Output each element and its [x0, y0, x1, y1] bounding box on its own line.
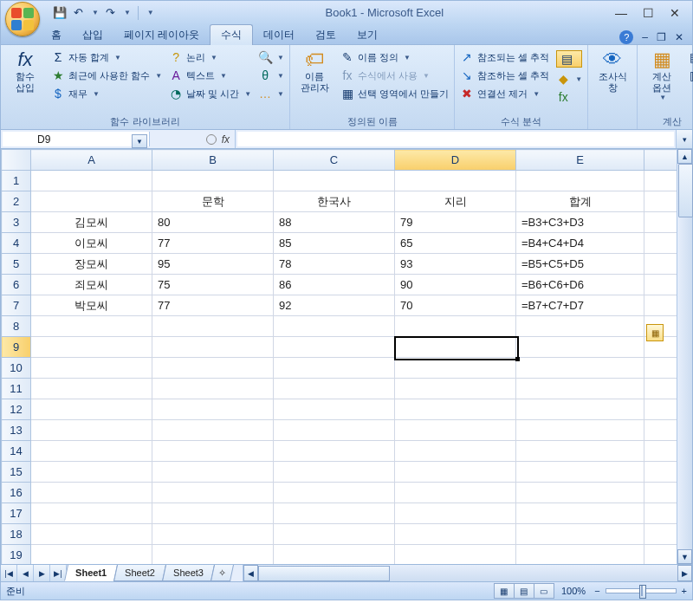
cell[interactable] — [395, 171, 516, 191]
insert-function-button[interactable]: fx 함수 삽입 — [4, 47, 46, 97]
cell[interactable] — [31, 379, 152, 399]
cell[interactable] — [31, 524, 152, 545]
cell[interactable] — [395, 462, 516, 483]
cell[interactable] — [274, 399, 395, 420]
cell[interactable] — [395, 358, 516, 379]
cell[interactable]: =B7+C7+D7 — [516, 295, 644, 316]
cell[interactable] — [516, 379, 644, 399]
cell[interactable]: 이모씨 — [31, 233, 152, 254]
cell[interactable] — [152, 483, 274, 503]
cell[interactable] — [516, 420, 644, 441]
sheet-tab-2[interactable]: Sheet2 — [113, 565, 166, 581]
row-header[interactable]: 19 — [2, 545, 31, 565]
cell[interactable]: 78 — [274, 254, 395, 275]
cell[interactable] — [644, 233, 677, 254]
qat-customize[interactable]: ▼ — [147, 9, 154, 16]
fx-icon[interactable]: fx — [222, 133, 230, 146]
col-header-B[interactable]: B — [152, 150, 274, 171]
cell[interactable] — [31, 171, 152, 191]
calc-now-button[interactable]: ▤ — [688, 50, 693, 64]
cell[interactable] — [152, 462, 274, 483]
cell[interactable] — [395, 524, 516, 545]
cell[interactable] — [395, 420, 516, 441]
col-header-C[interactable]: C — [274, 150, 395, 171]
cell[interactable] — [274, 545, 395, 565]
smart-tag[interactable]: ▦ — [646, 324, 664, 341]
cell[interactable] — [274, 420, 395, 441]
office-button[interactable] — [5, 2, 40, 36]
window-minimize[interactable]: — — [615, 6, 627, 20]
cell[interactable] — [516, 358, 644, 379]
cell[interactable]: =B4+C4+D4 — [516, 233, 644, 254]
zoom-out[interactable]: − — [594, 586, 599, 596]
cell[interactable] — [644, 524, 677, 545]
worksheet-grid[interactable]: A B C D E 12문학한국사지리합계3김모씨808879=B3+C3+D3… — [1, 149, 677, 564]
cell[interactable] — [152, 316, 274, 337]
trace-dependents-button[interactable]: ↘참조하는 셀 추적 — [460, 68, 549, 82]
cell[interactable] — [644, 441, 677, 462]
cell[interactable] — [395, 483, 516, 503]
tab-pagelayout[interactable]: 페이지 레이아웃 — [113, 25, 210, 45]
cell[interactable] — [152, 358, 274, 379]
view-pagebreak[interactable]: ▭ — [534, 583, 554, 599]
cell[interactable] — [644, 420, 677, 441]
cell[interactable] — [644, 191, 677, 212]
cell[interactable] — [31, 399, 152, 420]
row-header[interactable]: 16 — [2, 483, 31, 503]
calc-sheet-button[interactable]: ▥ — [688, 68, 693, 82]
sheet-nav-prev[interactable]: ◀ — [17, 565, 34, 581]
zoom-level[interactable]: 100% — [561, 586, 586, 596]
view-pagelayout[interactable]: ▤ — [514, 583, 534, 599]
watch-window-button[interactable]: 👁 조사식 창 — [592, 47, 633, 97]
tab-review[interactable]: 검토 — [305, 25, 346, 45]
cell[interactable] — [516, 337, 644, 358]
cell[interactable] — [31, 441, 152, 462]
cell[interactable] — [644, 358, 677, 379]
help-icon[interactable]: ? — [619, 30, 633, 44]
view-normal[interactable]: ▦ — [494, 583, 515, 599]
sheet-tab-new[interactable]: ✧ — [210, 565, 234, 581]
cell[interactable] — [274, 441, 395, 462]
cell[interactable] — [516, 462, 644, 483]
cell[interactable]: 문학 — [152, 191, 274, 212]
sheet-tab-1[interactable]: Sheet1 — [64, 565, 118, 581]
text-button[interactable]: A텍스트▼ — [169, 68, 251, 82]
cell[interactable] — [644, 462, 677, 483]
cell[interactable]: 65 — [395, 233, 516, 254]
lookup-button[interactable]: 🔍▼ — [258, 50, 284, 64]
cell[interactable] — [152, 399, 274, 420]
cell[interactable] — [274, 503, 395, 524]
row-header[interactable]: 7 — [2, 295, 31, 316]
redo-dropdown[interactable]: ▼ — [124, 9, 131, 16]
row-header[interactable]: 11 — [2, 379, 31, 399]
cell[interactable]: 85 — [274, 233, 395, 254]
tab-view[interactable]: 보기 — [346, 25, 388, 45]
cell[interactable]: 70 — [395, 295, 516, 316]
cell[interactable] — [644, 275, 677, 295]
cell[interactable] — [152, 524, 274, 545]
undo-icon[interactable]: ↶ — [74, 6, 83, 19]
cell[interactable] — [516, 171, 644, 191]
cell[interactable] — [516, 524, 644, 545]
create-from-selection-button[interactable]: ▦선택 영역에서 만들기 — [340, 87, 449, 101]
cell[interactable] — [31, 316, 152, 337]
row-header[interactable]: 10 — [2, 358, 31, 379]
scroll-up[interactable]: ▲ — [677, 149, 692, 164]
tab-formulas[interactable]: 수식 — [210, 24, 253, 45]
cell[interactable]: 장모씨 — [31, 254, 152, 275]
formula-expand[interactable]: ▾ — [676, 130, 692, 148]
cell[interactable] — [152, 171, 274, 191]
logical-button[interactable]: ?논리▼ — [169, 50, 251, 64]
cell[interactable] — [31, 337, 152, 358]
cell[interactable]: 88 — [274, 212, 395, 233]
cell[interactable]: 92 — [274, 295, 395, 316]
calc-options-button[interactable]: ▦ 계산 옵션▼ — [641, 47, 683, 105]
row-header[interactable]: 2 — [2, 191, 31, 212]
sheet-nav-first[interactable]: |◀ — [1, 565, 17, 581]
cell[interactable] — [152, 503, 274, 524]
cell[interactable] — [31, 191, 152, 212]
col-header-A[interactable]: A — [31, 150, 152, 171]
scroll-thumb[interactable] — [678, 164, 693, 217]
cell[interactable] — [152, 420, 274, 441]
cell[interactable] — [395, 337, 516, 358]
